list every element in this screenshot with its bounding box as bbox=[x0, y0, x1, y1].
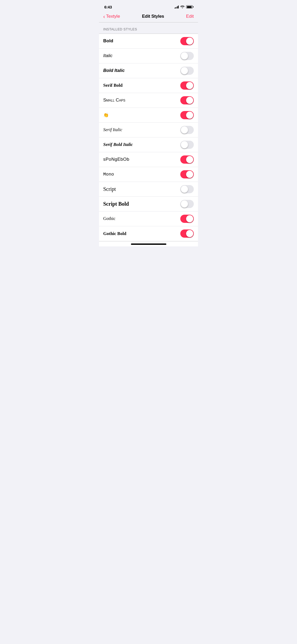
list-item: Gothic Bold bbox=[99, 226, 198, 241]
style-label-gothic: Gothic bbox=[103, 216, 115, 221]
home-indicator-area bbox=[99, 241, 198, 246]
style-label-clap-emoji: 👏 bbox=[103, 112, 109, 118]
page-title: Edit Styles bbox=[142, 14, 164, 19]
list-item: Mono bbox=[99, 167, 198, 182]
toggle-serif-bold-italic[interactable] bbox=[180, 141, 194, 149]
list-item: Bold bbox=[99, 34, 198, 49]
list-item: Serif Bold Italic bbox=[99, 137, 198, 152]
home-indicator-bar bbox=[131, 243, 166, 245]
style-label-small-caps: Small Caps bbox=[103, 98, 125, 103]
style-label-gothic-bold: Gothic Bold bbox=[103, 231, 126, 236]
toggle-italic[interactable] bbox=[180, 52, 194, 60]
list-item: Small Caps bbox=[99, 93, 198, 108]
styles-list: BoldItalicBold ItalicSerif BoldSmall Cap… bbox=[99, 34, 198, 241]
list-item: Serif Italic bbox=[99, 123, 198, 137]
wifi-icon bbox=[180, 5, 185, 9]
status-icons bbox=[175, 5, 193, 9]
section-header-label: INSTALLED STYLES bbox=[103, 27, 137, 31]
back-button[interactable]: ‹ Textyle bbox=[103, 14, 120, 19]
toggle-mono[interactable] bbox=[180, 170, 194, 178]
list-item: Serif Bold bbox=[99, 78, 198, 93]
style-label-italic: Italic bbox=[103, 53, 112, 58]
toggle-gothic-bold[interactable] bbox=[180, 229, 194, 238]
back-chevron-icon: ‹ bbox=[103, 14, 105, 19]
list-item: Italic bbox=[99, 49, 198, 63]
section-header: INSTALLED STYLES bbox=[99, 22, 198, 34]
toggle-small-caps[interactable] bbox=[180, 96, 194, 104]
status-bar: 6:43 bbox=[99, 0, 198, 12]
style-label-bold-italic: Bold Italic bbox=[103, 68, 125, 73]
style-label-sponge: sPoNgEbOb bbox=[103, 157, 129, 162]
toggle-script-bold[interactable] bbox=[180, 200, 194, 208]
status-time: 6:43 bbox=[104, 5, 112, 9]
back-label: Textyle bbox=[106, 14, 120, 19]
list-item: sPoNgEbOb bbox=[99, 152, 198, 167]
list-item: Script bbox=[99, 182, 198, 197]
style-label-script-bold: Script Bold bbox=[103, 201, 129, 207]
toggle-clap-emoji[interactable] bbox=[180, 111, 194, 119]
list-item: Gothic bbox=[99, 211, 198, 226]
toggle-gothic[interactable] bbox=[180, 215, 194, 223]
signal-bars-icon bbox=[175, 5, 179, 8]
toggle-script[interactable] bbox=[180, 185, 194, 193]
style-label-serif-bold: Serif Bold bbox=[103, 83, 122, 88]
list-item: 👏 bbox=[99, 108, 198, 123]
toggle-bold-italic[interactable] bbox=[180, 67, 194, 75]
list-item: Script Bold bbox=[99, 197, 198, 211]
toggle-serif-italic[interactable] bbox=[180, 126, 194, 134]
toggle-bold[interactable] bbox=[180, 37, 194, 45]
style-label-mono: Mono bbox=[103, 172, 114, 177]
style-label-script: Script bbox=[103, 186, 116, 192]
list-item: Bold Italic bbox=[99, 63, 198, 78]
style-label-bold: Bold bbox=[103, 38, 113, 44]
nav-bar: ‹ Textyle Edit Styles Edit bbox=[99, 12, 198, 22]
style-label-serif-italic: Serif Italic bbox=[103, 127, 122, 132]
toggle-serif-bold[interactable] bbox=[180, 81, 194, 90]
battery-icon bbox=[186, 5, 193, 8]
style-label-serif-bold-italic: Serif Bold Italic bbox=[103, 142, 133, 147]
toggle-sponge[interactable] bbox=[180, 155, 194, 164]
edit-button[interactable]: Edit bbox=[186, 14, 194, 19]
